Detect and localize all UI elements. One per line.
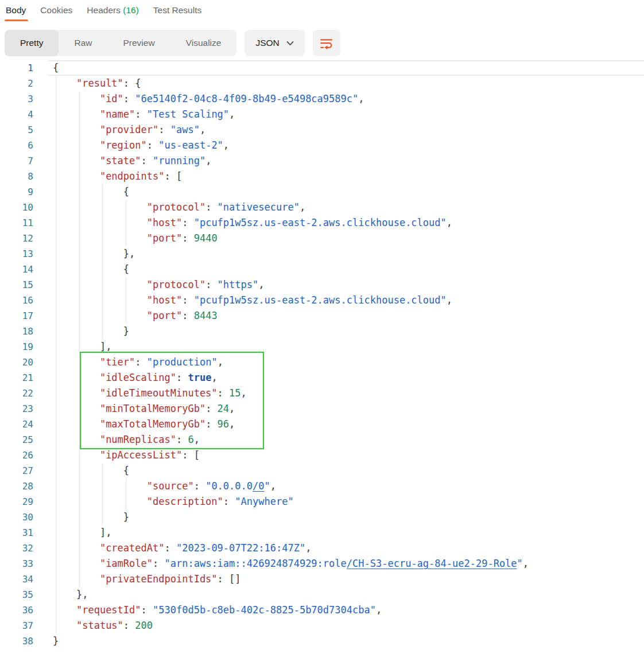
indent-guide: [79, 401, 80, 417]
code-line[interactable]: 24 "maxTotalMemoryGb": 96,: [0, 417, 644, 432]
json-punctuation: :: [182, 294, 193, 306]
json-number: 6: [188, 434, 193, 445]
json-punctuation: :: [194, 480, 205, 492]
code-line-content: ],: [53, 525, 644, 540]
code-line[interactable]: 9 {: [0, 184, 644, 200]
json-punctuation: :: [176, 372, 188, 383]
json-punctuation: {: [123, 465, 129, 476]
view-mode-visualize[interactable]: Visualize: [170, 30, 237, 56]
json-punctuation: :: [205, 418, 217, 430]
json-punctuation: ,: [194, 434, 200, 445]
code-line-content: "port": 9440: [53, 231, 644, 246]
code-line[interactable]: 20 "tier": "production",: [0, 355, 644, 370]
code-line[interactable]: 19 ],: [0, 339, 644, 355]
code-line[interactable]: 38}: [0, 633, 644, 649]
code-line[interactable]: 8 "endpoints": [: [0, 169, 644, 184]
json-key: "port": [147, 310, 182, 321]
view-mode-preview[interactable]: Preview: [108, 30, 170, 56]
code-line-content: "requestId": "530f0d5b-c8eb-402c-8825-5b…: [53, 602, 644, 618]
line-number: 36: [0, 602, 33, 618]
json-link: /CH-S3-ecru-ag-84-ue2-29-Role: [347, 558, 517, 569]
code-line[interactable]: 6 "region": "us-east-2",: [0, 138, 644, 153]
indent-guide: [56, 184, 56, 200]
indent-guide: [79, 556, 80, 571]
tab-body[interactable]: Body: [6, 5, 26, 25]
code-line[interactable]: 30 }: [0, 509, 644, 525]
code-line[interactable]: 1{: [0, 60, 644, 76]
code-line[interactable]: 15 "protocol": "https",: [0, 277, 644, 293]
code-line[interactable]: 7 "state": "running",: [0, 153, 644, 169]
json-punctuation: ,: [305, 542, 311, 554]
json-punctuation: ,: [229, 403, 235, 414]
code-line[interactable]: 27 {: [0, 463, 644, 479]
indent-guide: [56, 417, 56, 432]
view-mode-pretty[interactable]: Pretty: [5, 30, 59, 56]
indent-guide: [102, 262, 103, 277]
indent-guide: [56, 169, 56, 184]
code-line[interactable]: 35 },: [0, 587, 644, 602]
tab-headers[interactable]: Headers (16): [87, 5, 138, 25]
code-editor[interactable]: 1{2 "result": {3 "id": "6e5140f2-04c8-4f…: [0, 60, 644, 649]
code-line[interactable]: 28 "source": "0.0.0.0/0",: [0, 479, 644, 494]
line-number: 7: [0, 153, 33, 169]
line-number: 24: [0, 417, 33, 432]
indent-guide: [126, 231, 126, 246]
code-line[interactable]: 4 "name": "Test Scaling",: [0, 107, 644, 122]
indent-guide: [79, 479, 80, 494]
code-line-content: {: [53, 262, 644, 277]
code-line[interactable]: 10 "protocol": "nativesecure",: [0, 200, 644, 215]
wrap-text-button[interactable]: [313, 30, 340, 56]
code-line[interactable]: 25 "numReplicas": 6,: [0, 432, 644, 448]
indent-guide: [56, 463, 56, 479]
code-line[interactable]: 34 "privateEndpointIds": []: [0, 571, 644, 587]
line-number: 2: [0, 76, 33, 91]
json-key: "protocol": [147, 279, 205, 290]
code-line[interactable]: 17 "port": 8443: [0, 308, 644, 324]
code-line-content: "provider": "aws",: [53, 122, 644, 138]
json-punctuation: ,: [205, 155, 211, 166]
line-number: 26: [0, 448, 33, 463]
json-punctuation: },: [76, 589, 88, 600]
indent-guide: [56, 556, 56, 571]
tab-test-results[interactable]: Test Results: [153, 5, 201, 25]
code-line[interactable]: 14 {: [0, 262, 644, 277]
json-punctuation: :: [205, 279, 217, 290]
indent-guide: [56, 540, 56, 556]
json-string: "0.0.0.0: [205, 480, 253, 492]
indent-guide: [102, 277, 103, 293]
view-mode-raw[interactable]: Raw: [59, 30, 107, 56]
code-line[interactable]: 11 "host": "pcufp1w5sz.us-east-2.aws.cli…: [0, 215, 644, 231]
indent-guide: [102, 479, 103, 494]
code-line[interactable]: 3 "id": "6e5140f2-04c8-4f09-8b49-e5498ca…: [0, 91, 644, 107]
line-number: 37: [0, 618, 33, 633]
code-line[interactable]: 12 "port": 9440: [0, 231, 644, 246]
code-line[interactable]: 2 "result": {: [0, 76, 644, 91]
code-line-content: "maxTotalMemoryGb": 96,: [53, 417, 644, 432]
code-line[interactable]: 16 "host": "pcufp1w5sz.us-east-2.aws.cli…: [0, 293, 644, 308]
code-line[interactable]: 5 "provider": "aws",: [0, 122, 644, 138]
code-line[interactable]: 33 "iamRole": "arn:aws:iam::426924874929…: [0, 556, 644, 571]
code-line[interactable]: 31 ],: [0, 525, 644, 540]
indent-guide: [56, 448, 56, 463]
indent-guide: [126, 277, 126, 293]
code-line[interactable]: 18 }: [0, 324, 644, 339]
code-line[interactable]: 13 },: [0, 246, 644, 262]
language-select[interactable]: JSON: [245, 30, 304, 56]
code-line[interactable]: 23 "minTotalMemoryGb": 24,: [0, 401, 644, 417]
indent-guide: [56, 355, 56, 370]
code-line[interactable]: 36 "requestId": "530f0d5b-c8eb-402c-8825…: [0, 602, 644, 618]
code-line[interactable]: 37 "status": 200: [0, 618, 644, 633]
tab-cookies[interactable]: Cookies: [40, 5, 72, 25]
json-key: "maxTotalMemoryGb": [100, 418, 205, 430]
text-wrap-icon: [319, 36, 333, 50]
code-line[interactable]: 26 "ipAccessList": [: [0, 448, 644, 463]
code-line[interactable]: 32 "createdAt": "2023-09-07T22:16:47Z",: [0, 540, 644, 556]
code-line-content: ],: [53, 339, 644, 355]
json-string: ": [265, 480, 270, 492]
indent-guide: [79, 324, 80, 339]
json-key: "source": [147, 480, 194, 492]
code-line[interactable]: 21 "idleScaling": true,: [0, 370, 644, 386]
code-line[interactable]: 29 "description": "Anywhere": [0, 494, 644, 509]
code-line[interactable]: 22 "idleTimeoutMinutes": 15,: [0, 386, 644, 401]
json-punctuation: ],: [100, 341, 111, 352]
